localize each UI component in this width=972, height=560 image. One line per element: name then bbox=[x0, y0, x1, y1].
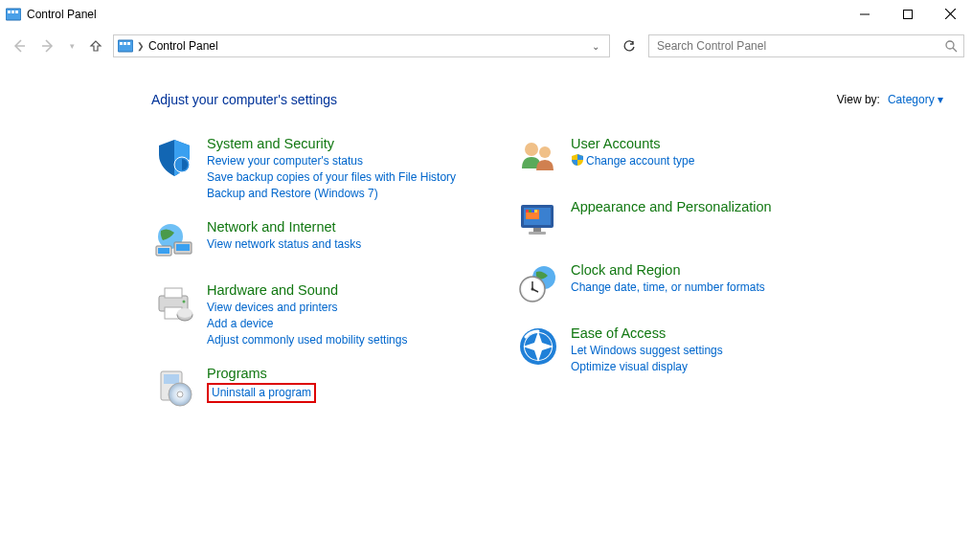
shield-icon[interactable] bbox=[151, 136, 197, 182]
svg-rect-38 bbox=[529, 210, 531, 213]
svg-rect-40 bbox=[534, 210, 537, 213]
svg-rect-12 bbox=[124, 42, 126, 45]
svg-rect-0 bbox=[6, 9, 21, 20]
address-dropdown[interactable]: ⌄ bbox=[586, 41, 605, 52]
category-columns: System and Security Review your computer… bbox=[151, 136, 943, 429]
svg-rect-1 bbox=[8, 11, 11, 13]
svg-rect-19 bbox=[176, 244, 190, 251]
disc-box-icon[interactable] bbox=[151, 366, 197, 412]
control-panel-path-icon bbox=[118, 38, 133, 54]
svg-rect-29 bbox=[164, 374, 179, 384]
category-title[interactable]: Hardware and Sound bbox=[207, 282, 407, 298]
link-date-time-formats[interactable]: Change date, time, or number formats bbox=[571, 280, 765, 296]
svg-point-27 bbox=[177, 308, 192, 318]
svg-rect-5 bbox=[903, 10, 912, 18]
up-button[interactable] bbox=[84, 34, 107, 57]
link-uninstall-program[interactable]: Uninstall a program bbox=[207, 383, 316, 403]
window-controls bbox=[843, 0, 972, 28]
svg-rect-39 bbox=[531, 210, 534, 213]
svg-rect-41 bbox=[533, 228, 541, 232]
content-area: Adjust your computer's settings View by:… bbox=[0, 63, 972, 429]
recent-dropdown[interactable]: ▾ bbox=[65, 34, 79, 57]
forward-button[interactable] bbox=[36, 34, 59, 57]
svg-point-14 bbox=[946, 41, 954, 49]
link-review-status[interactable]: Review your computer's status bbox=[207, 153, 456, 169]
svg-point-32 bbox=[525, 143, 538, 156]
category-title[interactable]: Clock and Region bbox=[571, 262, 765, 278]
globe-network-icon[interactable] bbox=[151, 219, 197, 265]
users-icon[interactable] bbox=[515, 136, 561, 182]
svg-rect-11 bbox=[120, 42, 123, 45]
link-devices-printers[interactable]: View devices and printers bbox=[207, 300, 407, 316]
search-input[interactable] bbox=[655, 38, 938, 54]
svg-rect-37 bbox=[526, 210, 529, 213]
left-column: System and Security Review your computer… bbox=[151, 136, 477, 429]
svg-rect-21 bbox=[158, 248, 170, 254]
link-file-history[interactable]: Save backup copies of your files with Fi… bbox=[207, 169, 456, 186]
printer-icon[interactable] bbox=[151, 282, 197, 328]
category-network: Network and Internet View network status… bbox=[151, 219, 477, 265]
svg-line-15 bbox=[953, 48, 957, 52]
svg-rect-13 bbox=[127, 42, 130, 45]
ease-of-access-icon[interactable] bbox=[515, 325, 561, 371]
category-clock: Clock and Region Change date, time, or n… bbox=[515, 262, 841, 308]
svg-point-25 bbox=[183, 301, 186, 303]
view-by: View by: Category ▾ bbox=[837, 93, 943, 106]
link-change-account-type[interactable]: Change account type bbox=[571, 153, 694, 169]
link-suggest-settings[interactable]: Let Windows suggest settings bbox=[571, 343, 723, 359]
link-network-status[interactable]: View network status and tasks bbox=[207, 236, 361, 253]
maximize-button[interactable] bbox=[886, 0, 929, 28]
svg-point-33 bbox=[539, 146, 551, 158]
category-users: User Accounts Change account type bbox=[515, 136, 841, 182]
path-chevron-icon[interactable]: ❯ bbox=[137, 41, 145, 51]
svg-point-31 bbox=[177, 392, 183, 397]
svg-rect-3 bbox=[15, 11, 18, 13]
link-optimize-display[interactable]: Optimize visual display bbox=[571, 359, 723, 375]
address-bar[interactable]: ❯ Control Panel ⌄ bbox=[113, 34, 610, 57]
navigation-bar: ▾ ❯ Control Panel ⌄ bbox=[0, 29, 972, 63]
category-appearance: Appearance and Personalization bbox=[515, 199, 841, 245]
window-title: Control Panel bbox=[27, 8, 97, 21]
right-column: User Accounts Change account type bbox=[515, 136, 841, 429]
search-icon[interactable] bbox=[944, 39, 958, 53]
category-ease-of-access: Ease of Access Let Windows suggest setti… bbox=[515, 325, 841, 375]
category-programs: Programs Uninstall a program bbox=[151, 366, 477, 412]
svg-rect-42 bbox=[529, 232, 546, 235]
close-button[interactable] bbox=[929, 0, 972, 28]
address-path[interactable]: Control Panel bbox=[148, 39, 218, 53]
svg-rect-10 bbox=[118, 40, 133, 52]
back-button[interactable] bbox=[8, 34, 31, 57]
refresh-button[interactable] bbox=[616, 34, 643, 57]
monitor-icon[interactable] bbox=[515, 199, 561, 245]
svg-rect-23 bbox=[165, 288, 182, 298]
category-title[interactable]: Network and Internet bbox=[207, 219, 361, 235]
search-box[interactable] bbox=[648, 34, 964, 57]
category-hardware: Hardware and Sound View devices and prin… bbox=[151, 282, 477, 348]
category-title[interactable]: System and Security bbox=[207, 136, 456, 151]
link-mobility[interactable]: Adjust commonly used mobility settings bbox=[207, 332, 407, 348]
control-panel-icon bbox=[6, 7, 21, 22]
category-title[interactable]: Programs bbox=[207, 366, 316, 381]
category-title[interactable]: Appearance and Personalization bbox=[571, 199, 772, 214]
link-backup-restore[interactable]: Backup and Restore (Windows 7) bbox=[207, 186, 456, 202]
heading-row: Adjust your computer's settings View by:… bbox=[151, 92, 943, 107]
uac-shield-icon bbox=[571, 153, 584, 167]
page-heading: Adjust your computer's settings bbox=[151, 92, 337, 107]
viewby-value[interactable]: Category ▾ bbox=[888, 93, 943, 106]
link-add-device[interactable]: Add a device bbox=[207, 316, 407, 332]
viewby-label: View by: bbox=[837, 93, 880, 106]
category-title[interactable]: User Accounts bbox=[571, 136, 694, 151]
svg-point-48 bbox=[531, 288, 534, 291]
category-title[interactable]: Ease of Access bbox=[571, 325, 723, 341]
minimize-button[interactable] bbox=[843, 0, 886, 28]
svg-rect-2 bbox=[11, 11, 14, 13]
title-bar: Control Panel bbox=[0, 0, 972, 29]
clock-globe-icon[interactable] bbox=[515, 262, 561, 308]
category-system-security: System and Security Review your computer… bbox=[151, 136, 477, 202]
